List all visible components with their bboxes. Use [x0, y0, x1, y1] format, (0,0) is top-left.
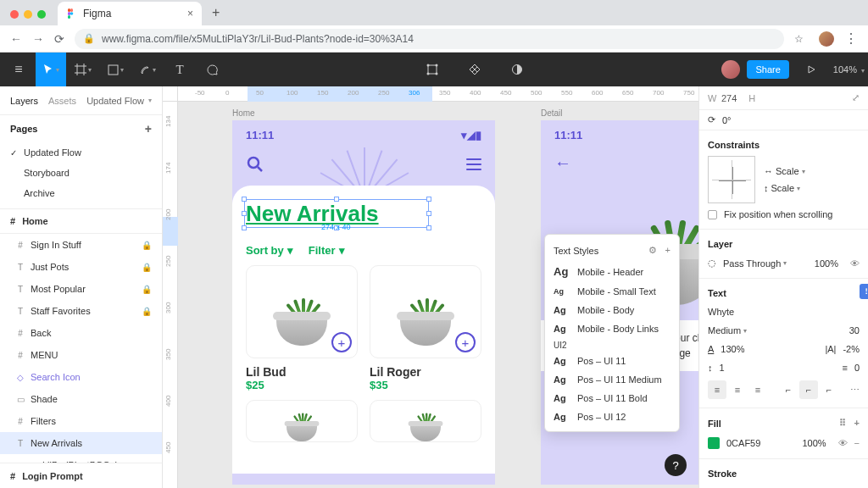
layer-row[interactable]: ▭LilBudPlantBGColor	[0, 454, 162, 463]
address-input[interactable]: 🔒 www.figma.com/file/x5MuLtiPlaY3r/Lil-B…	[75, 29, 784, 49]
add-page-button[interactable]: +	[145, 122, 152, 136]
layer-row[interactable]: ◇Search Icon	[0, 366, 162, 388]
layer-row[interactable]: TJust Pots🔒	[0, 256, 162, 278]
new-tab-button[interactable]: +	[212, 5, 220, 20]
rotation-input[interactable]: 0°	[722, 115, 732, 125]
constraints-widget[interactable]	[708, 156, 755, 203]
visibility-icon[interactable]: 👁	[850, 258, 860, 269]
layer-row[interactable]: #MENU	[0, 344, 162, 366]
share-button[interactable]: Share	[747, 60, 788, 79]
remove-fill-button[interactable]: −	[854, 438, 860, 448]
text-style-row[interactable]: AgMobile - Body	[545, 301, 679, 319]
layer-row[interactable]: ▭Shade	[0, 388, 162, 410]
paragraph-indent-input[interactable]: 0	[854, 363, 860, 373]
layers-root-frame[interactable]: # Home	[0, 208, 162, 234]
text-tool-button[interactable]: T	[164, 53, 195, 86]
text-style-row[interactable]: AgMobile - Small Text	[545, 282, 679, 301]
page-dropdown[interactable]: Updated Flow▾	[86, 96, 152, 106]
layer-opacity-input[interactable]: 100%	[815, 258, 838, 269]
reload-icon[interactable]: ⟳	[54, 32, 64, 46]
align-left-button[interactable]: ≡	[708, 380, 726, 399]
layer-row[interactable]: TStaff Favorites🔒	[0, 300, 162, 322]
align-center-button[interactable]: ≡	[728, 380, 747, 399]
width-input[interactable]: 274	[721, 93, 737, 103]
layer-row[interactable]: TNew Arrivals	[0, 432, 162, 454]
comment-tool-button[interactable]	[197, 53, 227, 86]
frame-label-home[interactable]: Home	[232, 108, 255, 118]
letter-spacing-input[interactable]: -2%	[843, 344, 860, 354]
profile-avatar-icon[interactable]	[819, 31, 834, 47]
text-style-row[interactable]: AgMobile - Body Links	[545, 319, 679, 338]
font-size-input[interactable]: 30	[849, 325, 860, 336]
fill-opacity-input[interactable]: 100%	[802, 438, 826, 448]
align-middle-button[interactable]: ⌐	[799, 380, 818, 399]
style-settings-icon[interactable]: ⚙	[648, 245, 657, 256]
present-button[interactable]	[796, 53, 826, 86]
edit-object-button[interactable]	[417, 53, 448, 86]
close-window-icon[interactable]	[10, 10, 19, 19]
lock-icon[interactable]: 🔒	[142, 241, 152, 250]
text-style-row[interactable]: AgMobile - Header	[545, 261, 679, 282]
layer-row[interactable]: TMost Popular🔒	[0, 278, 162, 300]
add-fill-button[interactable]: +	[854, 418, 860, 429]
text-style-row[interactable]: AgPos – UI 11 Bold	[545, 389, 679, 408]
minimize-window-icon[interactable]	[24, 10, 32, 19]
align-right-button[interactable]: ≡	[748, 380, 767, 399]
shape-tool-button[interactable]: ▾	[100, 53, 131, 86]
font-family-dropdown[interactable]: Whyte	[708, 307, 734, 317]
line-height-input[interactable]: 130%	[721, 344, 744, 354]
align-top-button[interactable]: ⌐	[779, 380, 798, 399]
maximize-window-icon[interactable]	[37, 10, 46, 19]
frame-home[interactable]: 11:11 ▾◢▮ New Arrivals 274 x 40 Sort by	[232, 120, 495, 485]
fill-hex-input[interactable]: 0CAF59	[726, 438, 760, 448]
browser-menu-icon[interactable]: ⋮	[844, 30, 858, 47]
lock-icon[interactable]: 🔒	[142, 263, 152, 272]
tab-layers[interactable]: Layers	[10, 96, 38, 106]
create-component-button[interactable]	[459, 53, 490, 86]
canvas[interactable]: -500501001502002503063504004505005506006…	[163, 86, 698, 488]
fix-position-checkbox[interactable]	[708, 210, 717, 219]
zoom-dropdown[interactable]: 104% ▾	[833, 64, 865, 75]
page-row[interactable]: Archive	[0, 183, 162, 203]
window-controls[interactable]	[10, 10, 46, 19]
fill-swatch[interactable]	[708, 437, 720, 449]
expand-icon[interactable]: ⤢	[852, 92, 860, 103]
back-icon[interactable]: ←	[10, 32, 22, 46]
styles-button[interactable]: ⠿	[860, 284, 868, 299]
text-style-row[interactable]: AgPos – UI 11	[545, 352, 679, 370]
help-button[interactable]: ?	[665, 454, 687, 476]
frame-label-detail[interactable]: Detail	[541, 108, 563, 118]
layer-row[interactable]: #Sign In Stuff🔒	[0, 234, 162, 256]
main-menu-button[interactable]: ≡	[3, 53, 34, 86]
text-style-row[interactable]: AgPos – UI 12	[545, 408, 679, 426]
user-avatar-icon[interactable]	[721, 60, 740, 79]
add-style-button[interactable]: +	[665, 245, 670, 256]
pen-tool-button[interactable]: ▾	[132, 53, 163, 86]
tab-assets[interactable]: Assets	[48, 96, 76, 106]
h-constraint-dropdown[interactable]: ↔ Scale ▾	[764, 166, 805, 176]
font-weight-dropdown[interactable]: Medium ▾	[708, 325, 747, 336]
move-tool-button[interactable]: ▾	[36, 53, 66, 86]
text-more-button[interactable]: ⋯	[850, 385, 860, 396]
blend-mode-dropdown[interactable]: Pass Through ▾	[723, 258, 787, 269]
frame-tool-button[interactable]: ▾	[68, 53, 98, 86]
paragraph-spacing-input[interactable]: 1	[720, 363, 725, 373]
bookmark-icon[interactable]: ☆	[794, 33, 804, 45]
align-bottom-button[interactable]: ⌐	[820, 380, 838, 399]
layer-row[interactable]: #Back	[0, 322, 162, 344]
layer-row[interactable]: #Filters	[0, 410, 162, 432]
lock-icon[interactable]: 🔒	[142, 307, 152, 316]
mask-button[interactable]	[502, 53, 532, 86]
page-row[interactable]: Updated Flow	[0, 142, 162, 163]
lock-icon[interactable]: 🔒	[142, 285, 152, 294]
fill-visibility-icon[interactable]: 👁	[838, 438, 848, 448]
fill-styles-button[interactable]: ⠿	[839, 418, 846, 429]
text-style-row[interactable]: AgPos – UI 11 Medium	[545, 370, 679, 389]
forward-icon[interactable]: →	[32, 32, 44, 46]
close-tab-icon[interactable]: ×	[187, 8, 193, 19]
page-row[interactable]: Storyboard	[0, 163, 162, 183]
v-constraint-dropdown[interactable]: ↕ Scale ▾	[764, 183, 805, 193]
style-sample: Ag	[554, 374, 570, 385]
browser-tab[interactable]: Figma ×	[58, 2, 202, 25]
layers-root-frame-2[interactable]: # Login Prompt	[0, 463, 162, 488]
